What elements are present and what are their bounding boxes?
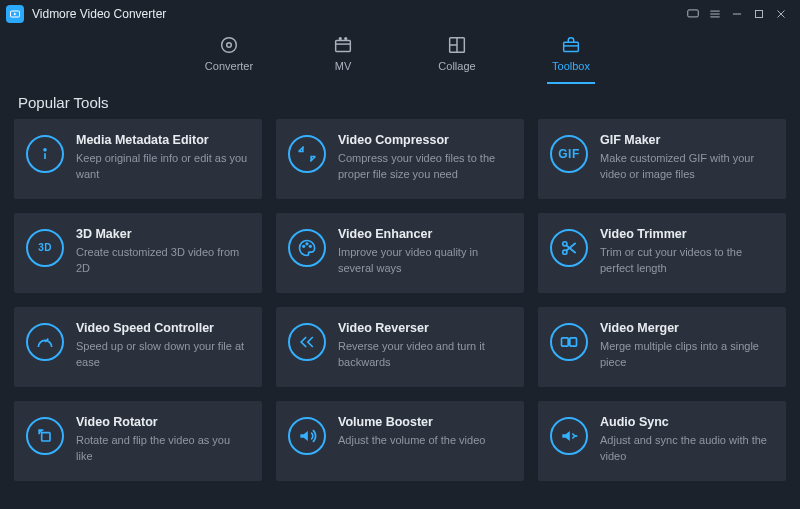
main-tabs: Converter MV Collage Toolbox (0, 28, 800, 84)
merge-icon (550, 323, 588, 361)
converter-icon (218, 34, 240, 56)
collage-icon (446, 34, 468, 56)
gif-icon: GIF (550, 135, 588, 173)
tool-card[interactable]: Video RotatorRotate and flip the video a… (14, 401, 262, 481)
tool-card[interactable]: 3D3D MakerCreate customized 3D video fro… (14, 213, 262, 293)
tab-mv[interactable]: MV (309, 34, 377, 84)
toolbox-icon (560, 34, 582, 56)
palette-icon (288, 229, 326, 267)
tab-label: Converter (205, 60, 253, 72)
tab-toolbox[interactable]: Toolbox (537, 34, 605, 84)
close-button[interactable] (770, 3, 792, 25)
tool-title: Video Merger (600, 321, 772, 335)
tab-converter[interactable]: Converter (195, 34, 263, 84)
svg-point-4 (227, 43, 232, 48)
tool-title: Audio Sync (600, 415, 772, 429)
svg-rect-5 (336, 40, 351, 51)
tool-desc: Reverse your video and turn it backwards (338, 339, 510, 371)
tool-title: Volume Booster (338, 415, 510, 429)
tool-card[interactable]: Video Speed ControllerSpeed up or slow d… (14, 307, 262, 387)
app-logo-icon (6, 5, 24, 23)
svg-text:3D: 3D (38, 242, 52, 253)
3d-icon: 3D (26, 229, 64, 267)
tool-card[interactable]: Video CompressorCompress your video file… (276, 119, 524, 199)
svg-point-6 (339, 38, 341, 40)
tool-desc: Trim or cut your videos to the perfect l… (600, 245, 772, 277)
tool-card[interactable]: Video MergerMerge multiple clips into a … (538, 307, 786, 387)
sync-icon (550, 417, 588, 455)
tool-title: Video Reverser (338, 321, 510, 335)
tool-card[interactable]: Volume BoosterAdjust the volume of the v… (276, 401, 524, 481)
speed-icon (26, 323, 64, 361)
scissors-icon (550, 229, 588, 267)
tool-card[interactable]: Video EnhancerImprove your video quality… (276, 213, 524, 293)
tab-label: Toolbox (552, 60, 590, 72)
svg-point-16 (563, 250, 567, 254)
svg-point-15 (563, 242, 567, 246)
maximize-button[interactable] (748, 3, 770, 25)
section-title: Popular Tools (0, 84, 800, 119)
app-title: Vidmore Video Converter (32, 7, 166, 21)
tab-label: MV (335, 60, 352, 72)
svg-point-10 (44, 149, 46, 151)
svg-rect-9 (564, 42, 579, 51)
titlebar: Vidmore Video Converter (0, 0, 800, 28)
tool-desc: Keep original file info or edit as you w… (76, 151, 248, 183)
tool-title: GIF Maker (600, 133, 772, 147)
tool-card[interactable]: GIFGIF MakerMake customized GIF with you… (538, 119, 786, 199)
svg-point-12 (303, 246, 305, 248)
reverse-icon (288, 323, 326, 361)
tool-title: Video Compressor (338, 133, 510, 147)
tool-title: Video Trimmer (600, 227, 772, 241)
tool-desc: Merge multiple clips into a single piece (600, 339, 772, 371)
svg-rect-2 (756, 11, 763, 18)
info-icon (26, 135, 64, 173)
tool-desc: Rotate and flip the video as you like (76, 433, 248, 465)
tool-card[interactable]: Media Metadata EditorKeep original file … (14, 119, 262, 199)
svg-point-7 (345, 38, 347, 40)
rotate-icon (26, 417, 64, 455)
tool-card[interactable]: Audio SyncAdjust and sync the audio with… (538, 401, 786, 481)
volume-icon (288, 417, 326, 455)
tool-desc: Make customized GIF with your video or i… (600, 151, 772, 183)
tool-title: Video Speed Controller (76, 321, 248, 335)
svg-point-13 (306, 243, 308, 245)
svg-rect-17 (562, 338, 569, 346)
tool-desc: Adjust the volume of the video (338, 433, 510, 449)
tool-title: Video Rotator (76, 415, 248, 429)
tool-desc: Compress your video files to the proper … (338, 151, 510, 183)
tool-title: Media Metadata Editor (76, 133, 248, 147)
svg-point-14 (310, 246, 312, 248)
compress-icon (288, 135, 326, 173)
tab-collage[interactable]: Collage (423, 34, 491, 84)
feedback-icon[interactable] (682, 3, 704, 25)
svg-point-3 (222, 38, 237, 53)
tool-grid: Media Metadata EditorKeep original file … (0, 119, 800, 495)
minimize-button[interactable] (726, 3, 748, 25)
tool-title: Video Enhancer (338, 227, 510, 241)
svg-rect-18 (570, 338, 577, 346)
tool-desc: Speed up or slow down your file at ease (76, 339, 248, 371)
tool-title: 3D Maker (76, 227, 248, 241)
tab-label: Collage (438, 60, 475, 72)
svg-rect-19 (42, 433, 50, 441)
tool-card[interactable]: Video TrimmerTrim or cut your videos to … (538, 213, 786, 293)
tool-desc: Improve your video quality in several wa… (338, 245, 510, 277)
tool-card[interactable]: Video ReverserReverse your video and tur… (276, 307, 524, 387)
tool-desc: Create customized 3D video from 2D (76, 245, 248, 277)
tool-desc: Adjust and sync the audio with the video (600, 433, 772, 465)
mv-icon (332, 34, 354, 56)
menu-icon[interactable] (704, 3, 726, 25)
